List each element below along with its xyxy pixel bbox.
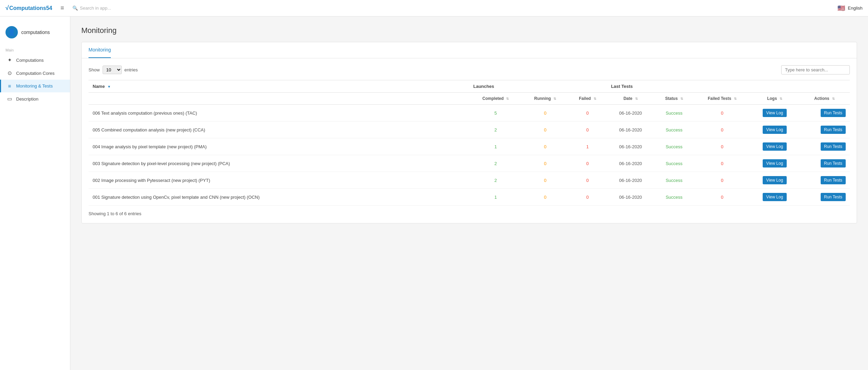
- sub-status-header[interactable]: Status ⇅: [654, 93, 694, 105]
- cell-failed-tests: 0: [694, 138, 750, 155]
- sidebar-item-monitoring-tests[interactable]: ≡ Monitoring & Tests: [0, 80, 70, 92]
- show-entries: Show 10 25 50 100 entries: [89, 66, 138, 74]
- cell-name: 001 Signature detection using OpenCv, pi…: [89, 189, 469, 206]
- actions-sort-icon: ⇅: [832, 97, 835, 101]
- cell-running: 0: [522, 122, 568, 138]
- sub-failed-tests-header[interactable]: Failed Tests ⇅: [694, 93, 750, 105]
- cell-actions: Run Tests: [799, 172, 850, 189]
- table-controls: Show 10 25 50 100 entries: [89, 65, 850, 74]
- search-icon: 🔍: [72, 5, 78, 11]
- sidebar-item-computations[interactable]: ✦ Computations: [0, 54, 70, 67]
- cell-failed: 0: [568, 155, 607, 172]
- hamburger-menu[interactable]: ≡: [60, 4, 64, 12]
- sub-date-header[interactable]: Date ⇅: [607, 93, 654, 105]
- cell-running: 0: [522, 138, 568, 155]
- sidebar-item-label-computations: Computations: [16, 58, 44, 63]
- table-footer: Showing 1 to 6 of 6 entries: [89, 211, 850, 216]
- sub-running-header[interactable]: Running ⇅: [522, 93, 568, 105]
- computation-cores-icon: ⊙: [7, 70, 13, 76]
- col-lasttests-header: Last Tests: [607, 80, 850, 93]
- run-tests-button[interactable]: Run Tests: [821, 193, 846, 201]
- table-body: 006 Text analysis computation (previous …: [89, 105, 850, 206]
- cell-failed-tests: 0: [694, 155, 750, 172]
- brand-logo[interactable]: √Computations54: [5, 4, 52, 12]
- sidebar-user: 👤 computations: [0, 22, 70, 45]
- cell-date: 06-16-2020: [607, 122, 654, 138]
- cell-failed: 0: [568, 105, 607, 122]
- view-log-button[interactable]: View Log: [763, 159, 786, 167]
- cell-logs: View Log: [750, 138, 799, 155]
- cell-running: 0: [522, 189, 568, 206]
- actions-cell: Run Tests: [803, 159, 846, 167]
- run-tests-button[interactable]: Run Tests: [821, 176, 846, 184]
- view-log-button[interactable]: View Log: [763, 142, 786, 151]
- cell-actions: Run Tests: [799, 189, 850, 206]
- table-row: 003 Signature detection by pixel-level p…: [89, 155, 850, 172]
- brand-name: Computations: [9, 5, 46, 11]
- table-row: 006 Text analysis computation (previous …: [89, 105, 850, 122]
- view-log-button[interactable]: View Log: [763, 126, 786, 134]
- run-tests-button[interactable]: Run Tests: [821, 126, 846, 134]
- search-placeholder-text: Search in app...: [80, 5, 111, 11]
- entries-label: entries: [125, 67, 138, 72]
- brand-checkmark: √: [5, 4, 9, 12]
- failed-tests-sort-icon: ⇅: [734, 97, 737, 101]
- avatar-icon: 👤: [8, 28, 15, 36]
- card-body: Show 10 25 50 100 entries: [82, 58, 857, 223]
- cell-completed: 2: [469, 122, 522, 138]
- cell-actions: Run Tests: [799, 155, 850, 172]
- completed-sort-icon: ⇅: [506, 97, 509, 101]
- date-sort-icon: ⇅: [635, 97, 638, 101]
- cell-date: 06-16-2020: [607, 155, 654, 172]
- cell-running: 0: [522, 105, 568, 122]
- view-log-button[interactable]: View Log: [763, 193, 786, 201]
- sidebar-item-label-computation-cores: Computation Cores: [16, 71, 55, 76]
- cell-status: Success: [654, 122, 694, 138]
- description-icon: ▭: [7, 96, 13, 102]
- cell-logs: View Log: [750, 155, 799, 172]
- sidebar-item-computation-cores[interactable]: ⊙ Computation Cores: [0, 67, 70, 80]
- cell-completed: 2: [469, 172, 522, 189]
- run-tests-button[interactable]: Run Tests: [821, 159, 846, 167]
- sub-name: [89, 93, 469, 105]
- table-footer-text: Showing 1 to 6 of 6 entries: [89, 211, 141, 216]
- sub-completed-header[interactable]: Completed ⇅: [469, 93, 522, 105]
- view-log-button[interactable]: View Log: [763, 176, 786, 184]
- cell-date: 06-16-2020: [607, 138, 654, 155]
- sub-logs-header[interactable]: Logs ⇅: [750, 93, 799, 105]
- sub-logs-label: Logs: [767, 96, 777, 101]
- sub-running-label: Running: [534, 96, 551, 101]
- run-tests-button[interactable]: Run Tests: [821, 142, 846, 151]
- cell-date: 06-16-2020: [607, 105, 654, 122]
- name-sort-icon: ▼: [107, 85, 111, 89]
- cell-date: 06-16-2020: [607, 189, 654, 206]
- cell-name: 002 Image processing with Pytesseract (n…: [89, 172, 469, 189]
- col-launches-header: Launches: [469, 80, 607, 93]
- col-launches-label: Launches: [473, 84, 494, 89]
- run-tests-button[interactable]: Run Tests: [821, 109, 846, 117]
- cell-completed: 2: [469, 155, 522, 172]
- cell-logs: View Log: [750, 172, 799, 189]
- actions-cell: Run Tests: [803, 176, 846, 184]
- table-row: 002 Image processing with Pytesseract (n…: [89, 172, 850, 189]
- view-log-button[interactable]: View Log: [763, 109, 786, 117]
- table-row: 001 Signature detection using OpenCv, pi…: [89, 189, 850, 206]
- sub-status-label: Status: [665, 96, 678, 101]
- sidebar-item-label-description: Description: [16, 96, 38, 102]
- table-search-input[interactable]: [781, 65, 850, 74]
- computations-icon: ✦: [7, 57, 13, 63]
- cell-status: Success: [654, 155, 694, 172]
- tab-monitoring[interactable]: Monitoring: [89, 42, 111, 58]
- failed-sort-icon: ⇅: [594, 97, 596, 101]
- sub-failed-header[interactable]: Failed ⇅: [568, 93, 607, 105]
- col-name-label: Name: [93, 84, 105, 89]
- entries-select[interactable]: 10 25 50 100: [103, 66, 122, 74]
- col-name-header[interactable]: Name ▼: [89, 80, 469, 93]
- cell-status: Success: [654, 189, 694, 206]
- actions-cell: Run Tests: [803, 126, 846, 134]
- brand-num: 54: [46, 5, 52, 11]
- cell-actions: Run Tests: [799, 138, 850, 155]
- col-lasttests-label: Last Tests: [611, 84, 633, 89]
- sidebar-item-description[interactable]: ▭ Description: [0, 92, 70, 105]
- cell-name: 006 Text analysis computation (previous …: [89, 105, 469, 122]
